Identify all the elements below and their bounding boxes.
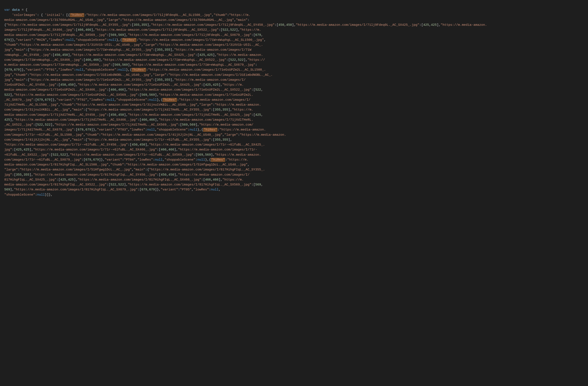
hi-res-highlight-2: "hiRes" (122, 38, 136, 42)
initial-key: 'initial' (45, 13, 62, 17)
color-images-key: 'colorImages' (12, 13, 37, 17)
open-brace: { (25, 8, 27, 12)
colon: : (37, 13, 41, 17)
brace: { (41, 13, 45, 17)
hi-res-highlight-6: "hiRes" (211, 158, 225, 162)
hi-res-highlight-1: "hiRes" (70, 13, 84, 17)
string-val-2: media-amazon.com/images/I/31760Au0GHL._A… (4, 18, 105, 22)
code-editor: var data = { 'colorImages': { 'initial':… (4, 2, 584, 197)
var-keyword: var (4, 8, 10, 12)
hi-res-highlight-4: "hiRes" (163, 98, 177, 102)
string-val: "https://m.media-amazon.com/images/I/71l… (86, 13, 212, 17)
hi-res-highlight-3: "hiRes" (132, 68, 146, 72)
var-name: data (10, 8, 20, 12)
assignment-operator: = (20, 8, 25, 12)
hi-res-highlight-5: "hiRes" (203, 128, 217, 132)
